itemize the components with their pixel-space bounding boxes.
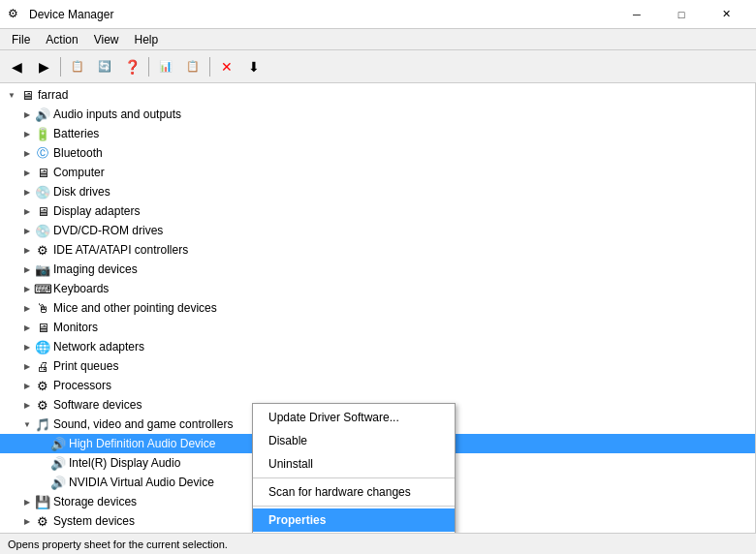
disk-label: Disk drives <box>53 185 110 199</box>
properties-button[interactable]: 📋 <box>65 54 90 79</box>
audio-expand[interactable]: ▶ <box>19 107 35 122</box>
minimize-button[interactable]: ─ <box>614 0 659 29</box>
system-expand[interactable]: ▶ <box>19 513 35 529</box>
title-bar-controls: ─ □ ✕ <box>614 0 748 29</box>
disk-expand[interactable]: ▶ <box>19 184 35 200</box>
bluetooth-icon: Ⓒ <box>35 145 50 161</box>
batteries-label: Batteries <box>53 127 99 140</box>
context-disable[interactable]: Disable <box>253 429 455 452</box>
monitors-label: Monitors <box>53 321 98 334</box>
tree-item-computer[interactable]: ▶ 🖥 Computer <box>0 163 755 182</box>
tree-item-print[interactable]: ▶ 🖨 Print queues <box>0 356 755 376</box>
ide-label: IDE ATA/ATAPI controllers <box>53 243 188 257</box>
scan-button[interactable]: ⬇ <box>241 54 267 79</box>
bluetooth-label: Bluetooth <box>53 146 103 160</box>
system-label: System devices <box>53 514 135 528</box>
mice-icon: 🖱 <box>35 300 50 316</box>
toolbar-sep-2 <box>148 57 149 77</box>
context-update-driver[interactable]: Update Driver Software... <box>253 406 455 429</box>
status-bar: Opens property sheet for the current sel… <box>0 533 756 554</box>
nvidia-audio-icon: 🔊 <box>50 475 66 490</box>
tree-item-monitors[interactable]: ▶ 🖥 Monitors <box>0 318 755 337</box>
context-separator <box>253 477 455 478</box>
network-expand[interactable]: ▶ <box>19 339 35 354</box>
imaging-icon: 📷 <box>35 262 50 277</box>
keyboards-icon: ⌨ <box>35 281 50 296</box>
window-title: Device Manager <box>29 8 113 21</box>
sound-expand[interactable]: ▼ <box>19 416 35 432</box>
display-btn[interactable]: 📊 <box>153 54 178 79</box>
uninstall-button[interactable]: ✕ <box>214 54 239 79</box>
tree-item-display[interactable]: ▶ 🖥 Display adapters <box>0 201 755 221</box>
print-expand[interactable]: ▶ <box>19 358 35 374</box>
close-button[interactable]: ✕ <box>704 0 748 29</box>
print-icon: 🖨 <box>35 358 50 374</box>
tree-item-mice[interactable]: ▶ 🖱 Mice and other pointing devices <box>0 298 755 318</box>
dvd-icon: 💿 <box>35 223 50 238</box>
dvd-label: DVD/CD-ROM drives <box>53 224 163 237</box>
storage-expand[interactable]: ▶ <box>19 494 35 509</box>
mice-expand[interactable]: ▶ <box>19 300 35 316</box>
bluetooth-expand[interactable]: ▶ <box>19 145 35 161</box>
tree-root[interactable]: ▼ 🖥 farrad <box>0 85 755 105</box>
tree-item-processors[interactable]: ▶ ⚙ Processors <box>0 376 755 395</box>
main-content: ▼ 🖥 farrad ▶ 🔊 Audio inputs and outputs … <box>0 83 756 533</box>
monitors-expand[interactable]: ▶ <box>19 320 35 335</box>
display-label: Display adapters <box>53 204 140 218</box>
sound-icon: 🎵 <box>35 416 50 432</box>
imaging-expand[interactable]: ▶ <box>19 262 35 277</box>
hd-audio-icon: 🔊 <box>50 436 66 451</box>
tree-item-keyboards[interactable]: ▶ ⌨ Keyboards <box>0 279 755 298</box>
menu-file[interactable]: File <box>4 31 38 48</box>
tree-item-batteries[interactable]: ▶ 🔋 Batteries <box>0 124 755 143</box>
tree-item-network[interactable]: ▶ 🌐 Network adapters <box>0 337 755 356</box>
update-driver-button[interactable]: 🔄 <box>92 54 117 79</box>
root-label: farrad <box>38 88 68 102</box>
storage-icon: 💾 <box>35 494 50 509</box>
ide-expand[interactable]: ▶ <box>19 242 35 258</box>
tree-view[interactable]: ▼ 🖥 farrad ▶ 🔊 Audio inputs and outputs … <box>0 83 756 533</box>
title-bar: ⚙ Device Manager ─ □ ✕ <box>0 0 756 29</box>
context-uninstall[interactable]: Uninstall <box>253 452 455 476</box>
processors-label: Processors <box>53 379 111 392</box>
sound-label: Sound, video and game controllers <box>53 417 233 431</box>
device-view-btn[interactable]: 📋 <box>180 54 205 79</box>
forward-button[interactable]: ▶ <box>31 54 56 79</box>
tree-item-audio[interactable]: ▶ 🔊 Audio inputs and outputs <box>0 105 755 124</box>
computer-expand[interactable]: ▶ <box>19 165 35 180</box>
ide-icon: ⚙ <box>35 242 50 258</box>
title-bar-left: ⚙ Device Manager <box>8 7 113 22</box>
processors-expand[interactable]: ▶ <box>19 378 35 393</box>
tree-item-dvd[interactable]: ▶ 💿 DVD/CD-ROM drives <box>0 221 755 240</box>
menu-bar: File Action View Help <box>0 29 756 50</box>
menu-view[interactable]: View <box>86 31 127 48</box>
tree-item-ide[interactable]: ▶ ⚙ IDE ATA/ATAPI controllers <box>0 240 755 260</box>
software-expand[interactable]: ▶ <box>19 397 35 413</box>
context-properties[interactable]: Properties <box>253 508 455 532</box>
back-button[interactable]: ◀ <box>4 54 29 79</box>
hd-audio-label: High Definition Audio Device <box>69 437 215 450</box>
context-menu: Update Driver Software... Disable Uninst… <box>252 403 456 533</box>
tree-item-imaging[interactable]: ▶ 📷 Imaging devices <box>0 260 755 279</box>
menu-help[interactable]: Help <box>127 31 167 48</box>
help-button[interactable]: ❓ <box>119 54 144 79</box>
batteries-expand[interactable]: ▶ <box>19 126 35 141</box>
network-icon: 🌐 <box>35 339 50 354</box>
dvd-expand[interactable]: ▶ <box>19 223 35 238</box>
app-icon: ⚙ <box>8 7 23 22</box>
storage-label: Storage devices <box>53 495 137 508</box>
menu-action[interactable]: Action <box>38 31 85 48</box>
display-expand[interactable]: ▶ <box>19 203 35 219</box>
context-separator-2 <box>253 506 455 507</box>
software-icon: ⚙ <box>35 397 50 413</box>
nvidia-audio-label: NVIDIA Virtual Audio Device <box>69 476 214 489</box>
root-icon: 🖥 <box>19 87 35 103</box>
software-label: Software devices <box>53 398 142 412</box>
maximize-button[interactable]: □ <box>659 0 704 29</box>
computer-label: Computer <box>53 166 105 179</box>
system-icon: ⚙ <box>35 513 50 529</box>
context-scan[interactable]: Scan for hardware changes <box>253 480 455 504</box>
tree-item-bluetooth[interactable]: ▶ Ⓒ Bluetooth <box>0 143 755 163</box>
root-expand[interactable]: ▼ <box>4 87 19 103</box>
tree-item-disk[interactable]: ▶ 💿 Disk drives <box>0 182 755 201</box>
